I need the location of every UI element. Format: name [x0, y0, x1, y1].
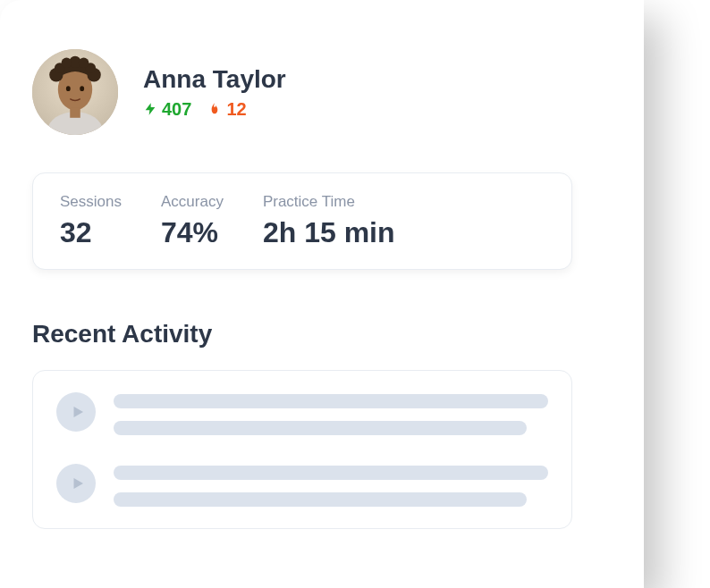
points-stat: 407: [143, 99, 191, 120]
streak-stat: 12: [207, 99, 246, 120]
metric-label: Practice Time: [263, 193, 395, 211]
svg-point-11: [80, 86, 84, 91]
skeleton-line: [114, 492, 527, 507]
svg-point-8: [62, 58, 72, 69]
profile-card: Anna Taylor 407 12 Sessions 32: [0, 0, 644, 588]
play-button[interactable]: [56, 392, 96, 432]
points-value: 407: [162, 99, 191, 120]
profile-info: Anna Taylor 407 12: [143, 65, 286, 120]
metric-label: Sessions: [60, 193, 122, 211]
metric-value: 2h 15 min: [263, 216, 395, 249]
skeleton-line: [114, 394, 548, 408]
bolt-icon: [143, 100, 157, 118]
flame-icon: [207, 100, 222, 118]
metric-practice-time: Practice Time 2h 15 min: [263, 193, 395, 249]
activity-skeleton: [114, 392, 548, 435]
avatar[interactable]: [32, 49, 118, 135]
metric-value: 74%: [161, 216, 224, 249]
activity-skeleton: [114, 464, 548, 507]
svg-rect-12: [70, 107, 80, 118]
streak-value: 12: [226, 99, 246, 120]
activity-item[interactable]: [56, 392, 548, 435]
metric-value: 32: [60, 216, 122, 249]
metric-sessions: Sessions 32: [60, 193, 122, 249]
metrics-card: Sessions 32 Accuracy 74% Practice Time 2…: [32, 172, 572, 270]
skeleton-line: [114, 421, 527, 435]
svg-point-10: [66, 86, 71, 91]
activity-item[interactable]: [56, 464, 548, 507]
svg-point-2: [58, 69, 92, 110]
profile-header: Anna Taylor 407 12: [32, 49, 644, 135]
play-icon: [70, 475, 86, 491]
metric-accuracy: Accuracy 74%: [161, 193, 224, 249]
profile-name: Anna Taylor: [143, 65, 286, 94]
avatar-image: [32, 49, 118, 135]
profile-stats: 407 12: [143, 99, 286, 120]
svg-point-9: [79, 58, 89, 69]
skeleton-line: [114, 466, 548, 480]
play-button[interactable]: [56, 464, 96, 503]
activity-card: [32, 370, 572, 529]
play-icon: [70, 404, 86, 420]
metric-label: Accuracy: [161, 193, 224, 211]
recent-activity-title: Recent Activity: [32, 320, 644, 349]
